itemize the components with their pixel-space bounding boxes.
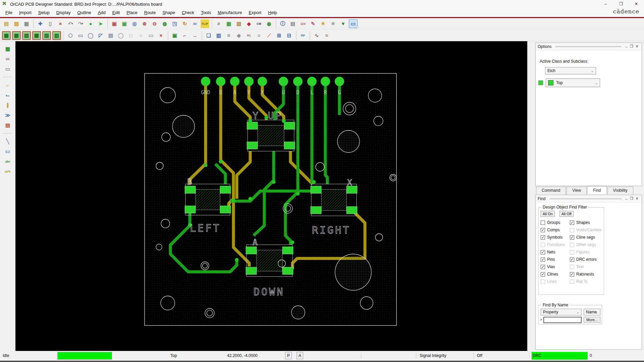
via[interactable] — [232, 199, 235, 202]
connector-pad-gnd[interactable] — [201, 77, 210, 86]
edit-boundary-icon[interactable]: ⌙ — [3, 91, 12, 100]
import-logic-icon[interactable]: ▦ — [3, 45, 12, 53]
via[interactable] — [272, 180, 276, 184]
shape-delete-icon[interactable]: × — [157, 31, 165, 40]
unrats-all-icon[interactable]: ▭ — [349, 19, 358, 28]
panel-grab-handle[interactable] — [549, 198, 622, 199]
filter-vias[interactable]: ✓Vias — [541, 263, 565, 270]
open-folder-icon[interactable]: ▨ — [12, 19, 21, 28]
connector-pad-g[interactable] — [335, 77, 344, 86]
grid-toggle-icon[interactable]: # — [214, 19, 223, 28]
smd-pad[interactable] — [284, 142, 295, 149]
copy-icon[interactable]: ▯ — [46, 19, 55, 28]
panel-close-icon[interactable]: ✕ — [634, 196, 640, 201]
shape-circle-icon[interactable]: ◯ — [86, 31, 95, 40]
artwork-film-5-icon[interactable]: ▨ — [42, 31, 51, 40]
smd-pad[interactable] — [247, 122, 258, 129]
find-type-dropdown[interactable]: Property⌄ — [541, 309, 582, 315]
shape-void-circle-icon[interactable]: ○ — [137, 31, 145, 40]
undo-icon[interactable]: ↶▾ — [66, 19, 75, 28]
checkbox[interactable] — [541, 221, 545, 225]
smd-pad[interactable] — [311, 186, 321, 193]
via[interactable] — [291, 241, 294, 244]
close-button[interactable]: ✕ — [629, 0, 644, 8]
panel-close-icon[interactable]: ✕ — [634, 44, 640, 49]
subclass-visibility-swatch[interactable] — [538, 80, 543, 85]
zoom-points-icon[interactable]: ▣ — [110, 19, 119, 28]
route-connect-icon[interactable]: ⌐ — [3, 81, 12, 89]
menu-help[interactable]: Help — [265, 9, 280, 16]
filter-pins[interactable]: ✓Pins — [541, 256, 565, 263]
dim-mode-icon[interactable]: ☀ — [329, 19, 337, 28]
redo-icon[interactable]: ↷▾ — [76, 19, 85, 28]
menu-add[interactable]: Add — [95, 9, 109, 16]
menu-edit[interactable]: Edit — [109, 9, 123, 16]
artwork-film-1-icon[interactable]: ▦ — [2, 31, 11, 40]
minimize-button[interactable]: – — [598, 0, 613, 8]
delete-icon[interactable]: × — [56, 19, 65, 28]
connector-pad-x[interactable] — [258, 77, 267, 86]
filter-clines[interactable]: ✓Clines — [541, 270, 565, 278]
artwork-film-6-icon[interactable]: ▥ — [52, 31, 61, 40]
artwork-film-3-icon[interactable]: ▧ — [22, 31, 31, 40]
zoom-in-icon[interactable]: ⊕ — [140, 19, 149, 28]
checkbox[interactable]: ✓ — [541, 265, 545, 269]
filter-cline-segs[interactable]: ✓Cline segs — [570, 234, 601, 241]
smd-pad[interactable] — [185, 206, 196, 213]
filter-ratsnests[interactable]: ✓Ratsnests — [570, 270, 601, 278]
via[interactable] — [284, 204, 287, 207]
via[interactable] — [296, 192, 300, 196]
connector-pad-d[interactable] — [293, 77, 303, 86]
rename-refdes-icon[interactable]: R1 — [245, 31, 253, 40]
menu-setup[interactable]: Setup — [35, 9, 53, 16]
add-rect-icon[interactable]: ▭ — [3, 147, 12, 156]
checkbox[interactable]: ✓ — [541, 272, 545, 277]
menu-manufacture[interactable]: Manufacture — [214, 9, 245, 16]
color-map-icon[interactable]: CM — [255, 19, 263, 28]
all-off-button[interactable]: All Off — [559, 211, 574, 217]
find-name-input[interactable] — [543, 317, 582, 323]
checkbox[interactable]: ✓ — [570, 257, 574, 262]
dimension-linear-icon[interactable]: ↔ — [191, 31, 199, 40]
day-mode-icon[interactable]: ☀ — [319, 19, 327, 28]
connector-pad-l[interactable] — [307, 77, 317, 86]
application-mode-button[interactable]: A — [297, 352, 303, 359]
report-icon[interactable]: ≡ — [255, 31, 263, 40]
connector-pad-r[interactable] — [321, 77, 330, 86]
tab-command[interactable]: Command — [536, 187, 566, 195]
filter-symbols[interactable]: ✓Symbols — [541, 234, 565, 241]
smd-pad[interactable] — [246, 267, 257, 275]
move-icon[interactable]: ✚ — [36, 19, 45, 28]
zoom-world-icon[interactable]: ◍ — [160, 19, 169, 28]
artwork-film-4-icon[interactable]: ▩ — [32, 31, 41, 40]
view-3d-icon[interactable]: 3D — [191, 19, 199, 28]
menu-place[interactable]: Place — [123, 9, 141, 16]
edit-components-icon[interactable]: ▥ — [214, 31, 223, 40]
via[interactable] — [312, 180, 316, 184]
redraw-icon[interactable]: ↻ — [180, 19, 189, 28]
snap-view-icon[interactable]: ◈ — [234, 31, 243, 40]
shape-oval-icon[interactable]: ◯ — [116, 31, 125, 40]
place-component-icon[interactable]: U1 — [3, 55, 12, 63]
save-icon[interactable]: ▦ — [22, 19, 31, 28]
filter-icon[interactable]: ▼ — [339, 19, 347, 28]
checkbox[interactable]: ✓ — [541, 235, 545, 240]
show-element-icon[interactable]: ⓘ — [278, 19, 287, 28]
shape-select-icon[interactable]: ◸ — [96, 31, 105, 40]
connector-pad-y[interactable] — [244, 77, 254, 86]
smd-pad[interactable] — [220, 206, 231, 213]
shape-void-rect-icon[interactable]: ▭ — [147, 31, 155, 40]
zoom-select-icon[interactable]: ◎ — [130, 19, 139, 28]
class-dropdown[interactable]: Etch⌄ — [545, 67, 596, 74]
checkbox[interactable]: ✓ — [570, 235, 574, 240]
fix-tool-icon[interactable]: ⟋ — [265, 31, 273, 40]
more-button[interactable]: More... — [584, 317, 600, 323]
tab-visibility[interactable]: Visibility — [607, 187, 633, 195]
connector-pad-a[interactable] — [230, 77, 239, 86]
smd-pad[interactable] — [311, 206, 321, 214]
via[interactable] — [249, 197, 252, 201]
menu-check[interactable]: Check — [178, 9, 198, 16]
edit-text-icon[interactable]: ab✎ — [3, 167, 12, 176]
filter-groups[interactable]: Groups — [541, 219, 565, 226]
shaded-view-icon[interactable]: ▧ — [234, 19, 243, 28]
